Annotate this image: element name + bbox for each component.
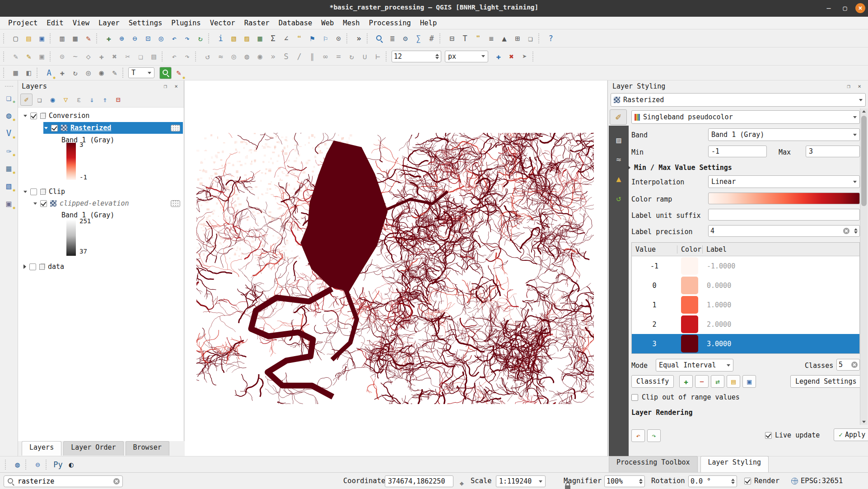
max-input[interactable] [806,146,860,157]
zoom-next-icon[interactable]: ↷ [181,32,193,44]
menu-item-plugins[interactable]: Plugins [167,18,205,28]
expander-icon[interactable] [44,127,48,129]
split-parts-icon[interactable]: ∥ [306,50,318,62]
reshape-features-icon[interactable]: S [280,50,292,62]
collapse-all-icon[interactable]: ⇑ [99,94,111,106]
group-checkbox[interactable] [30,113,37,119]
expander-icon[interactable] [23,115,27,117]
fill-ring-icon[interactable]: ◉ [254,50,266,62]
save-project-icon[interactable]: ▣ [36,32,48,44]
zoom-in-icon[interactable]: ⊕ [116,32,128,44]
menu-item-mesh[interactable]: Mesh [338,18,364,28]
load-style-icon[interactable]: ▤ [727,375,740,388]
menu-item-edit[interactable]: Edit [42,18,68,28]
raster-histogram-icon[interactable]: ▦ [9,67,22,79]
layer-checkbox[interactable] [51,125,58,132]
rotate-point-symbols-icon[interactable]: ↻ [345,50,358,62]
close-button[interactable]: × [855,3,865,13]
float-panel-icon[interactable]: ❐ [162,80,169,93]
new-mesh-layer-icon[interactable]: ▦✱ [3,162,15,174]
raster-calculator-icon[interactable]: ∑ [412,32,425,44]
redo-icon[interactable]: ↷ [181,50,193,62]
add-polygon-icon[interactable]: ◇ [82,50,94,62]
pyramids-tab-icon[interactable]: ▲ [613,173,625,185]
tab-layers[interactable]: Layers [22,441,61,456]
transparency-tab-icon[interactable]: ▨ [613,134,625,146]
menu-item-vector[interactable]: Vector [205,18,240,28]
show-bookmarks-icon[interactable]: ⚐ [319,32,331,44]
menu-item-layer[interactable]: Layer [94,18,124,28]
new-project-icon[interactable]: ▢ [9,32,22,44]
style-annotation-icon[interactable]: ✎✱ [173,67,185,79]
mode-combo[interactable]: Equal Interval [656,359,733,371]
render-toggle-row[interactable]: Render [744,477,779,485]
copy-style-icon[interactable]: ❏ [524,32,537,44]
select-features-icon[interactable]: ▧ [228,32,240,44]
label-precision-spinner[interactable]: 4 [708,225,860,237]
style-manager-icon[interactable]: ✎ [82,32,94,44]
layer-edit-indicator-icon[interactable] [171,200,180,207]
color-map-row-1[interactable]: -1-1.0000 [632,256,859,276]
histogram-tab-icon[interactable]: ≈ [613,153,625,165]
close-panel-icon[interactable]: × [856,80,863,93]
tab-layer-styling[interactable]: Layer Styling [700,456,769,472]
classify-button[interactable]: Classify [631,375,674,388]
menu-item-raster[interactable]: Raster [240,18,274,28]
spin-arrows-icon[interactable] [435,54,439,59]
zoom-to-selection-icon[interactable]: ◎ [155,32,167,44]
apply-button[interactable]: ✓ Apply [834,428,868,441]
close-panel-icon[interactable]: × [173,80,180,93]
column-header-label[interactable]: Label [702,245,859,254]
refresh-map-icon[interactable]: ↻ [194,32,206,44]
lock-scale-icon[interactable] [565,485,570,489]
clip-out-of-range-row[interactable]: Clip out of range values [631,393,740,401]
add-line-icon[interactable]: ~ [69,50,81,62]
snapping-options-icon[interactable]: ∪ [359,50,371,62]
identify-features-icon[interactable]: i [215,32,227,44]
vertex-tool-icon[interactable]: ✚ [95,50,107,62]
help-contents-icon[interactable]: ? [545,32,557,44]
layer-label[interactable]: clipped-elevation [60,199,129,207]
zoom-out-icon[interactable]: ⊖ [129,32,141,44]
band-combo[interactable]: Band 1 (Gray) [708,128,860,141]
grass-tools-icon[interactable]: ◐ [65,458,77,470]
group-label[interactable]: Clip [49,188,65,196]
magnifier-spinner[interactable]: 100% [604,475,645,487]
filter-expression-icon[interactable]: ε [73,94,85,106]
form-annotation-icon[interactable]: ❞ [472,32,484,44]
menu-item-project[interactable]: Project [4,18,42,28]
add-value-icon[interactable]: ✚ [679,375,693,388]
temporal-controller-icon[interactable]: ⊙ [332,32,345,44]
open-layer-styling-icon[interactable]: ✐ [20,94,33,106]
new-gpx-layer-icon[interactable]: ▧✱ [3,179,15,192]
toolbar-overflow-icon[interactable]: » [353,32,365,44]
simplify-feature-icon[interactable]: ≈ [215,50,227,62]
remove-layer-icon[interactable]: ⊟ [112,94,124,106]
tab-layer-order[interactable]: Layer Order [63,441,123,456]
new-print-layout-icon[interactable]: ▥ [56,32,68,44]
current-edits-icon[interactable]: ✎ [9,50,22,62]
layer-edit-indicator-icon[interactable] [171,125,180,132]
deselect-features-icon[interactable]: ▨ [241,32,253,44]
layer-checkbox[interactable] [40,200,47,207]
min-input[interactable] [708,146,767,157]
legend-settings-button[interactable]: Legend Settings [790,375,865,388]
layer-labeling-icon[interactable]: A✱ [43,67,55,79]
trim-extend-icon[interactable]: ⊢ [372,50,384,62]
pan-map-icon[interactable]: ✚ [103,32,115,44]
render-checkbox[interactable] [744,478,751,484]
group-checkbox[interactable] [30,188,37,195]
menu-item-database[interactable]: Database [274,18,317,28]
new-shapefile-layer-icon[interactable]: V✱ [3,127,15,139]
metasearch-icon[interactable]: ◍ [11,458,23,470]
color-map-row-2[interactable]: 22.0000 [632,315,859,334]
rotate-label-icon[interactable]: ↻ [69,67,81,79]
minimize-button[interactable]: – [823,2,835,14]
move-label-icon[interactable]: ✚ [56,67,68,79]
db-manager-icon[interactable]: ⊜ [32,458,44,470]
add-ring-icon[interactable]: ◎ [228,50,240,62]
data-grid-icon[interactable]: # [425,32,438,44]
color-swatch[interactable] [681,257,698,275]
quick-osm-search-icon[interactable] [159,67,172,79]
menu-item-processing[interactable]: Processing [364,18,415,28]
